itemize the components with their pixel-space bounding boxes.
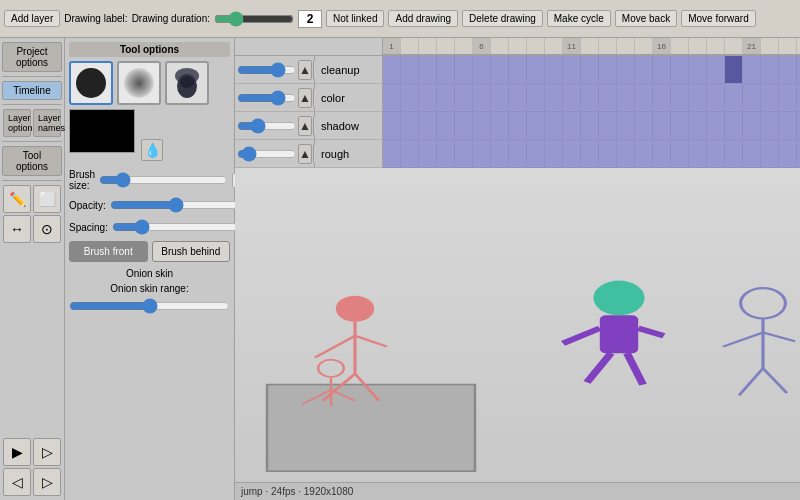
frame-cell[interactable]	[545, 140, 563, 167]
frame-cell[interactable]	[581, 140, 599, 167]
frame-cell[interactable]	[743, 56, 761, 83]
frame-cell[interactable]	[635, 84, 653, 111]
frame-cell[interactable]	[563, 112, 581, 139]
frame-cell[interactable]	[707, 56, 725, 83]
spacing-slider[interactable]	[112, 219, 241, 235]
frame-cell[interactable]	[437, 84, 455, 111]
play-button[interactable]: ▶	[3, 438, 31, 466]
frame-cell[interactable]	[743, 140, 761, 167]
frame-cell[interactable]	[707, 140, 725, 167]
frame-cell[interactable]	[725, 84, 743, 111]
cleanup-up-btn[interactable]: ▲	[298, 60, 312, 80]
frame-cell[interactable]	[527, 56, 545, 83]
frame-cell[interactable]	[653, 112, 671, 139]
frame-cell[interactable]	[725, 140, 743, 167]
frame-cell[interactable]	[581, 112, 599, 139]
frame-cell[interactable]	[599, 140, 617, 167]
frame-cell[interactable]	[689, 140, 707, 167]
brush-behind-button[interactable]: Brush behind	[152, 241, 231, 262]
add-drawing-button[interactable]: Add drawing	[388, 10, 458, 27]
frame-cell[interactable]	[563, 140, 581, 167]
frame-cell[interactable]	[653, 140, 671, 167]
frame-cell[interactable]	[509, 112, 527, 139]
layer-names-btn[interactable]: Layer names	[33, 109, 61, 137]
frame-cell[interactable]	[491, 84, 509, 111]
frame-cell[interactable]	[545, 56, 563, 83]
shadow-opacity-slider[interactable]	[237, 118, 297, 134]
color-up-btn[interactable]: ▲	[298, 88, 312, 108]
frame-cell[interactable]	[707, 84, 725, 111]
cleanup-opacity-slider[interactable]	[237, 62, 297, 78]
frame-cell[interactable]	[671, 112, 689, 139]
frame-cell[interactable]	[635, 56, 653, 83]
frame-cell[interactable]	[401, 140, 419, 167]
frame-cell[interactable]	[743, 84, 761, 111]
frame-cell[interactable]	[761, 56, 779, 83]
frame-cell[interactable]	[383, 140, 401, 167]
frame-cell[interactable]	[527, 112, 545, 139]
frame-cell[interactable]	[743, 112, 761, 139]
frame-cell[interactable]	[653, 56, 671, 83]
frame-cell[interactable]	[527, 140, 545, 167]
brush-color-preview[interactable]	[69, 109, 135, 153]
frame-cell[interactable]	[455, 56, 473, 83]
frame-cell[interactable]	[491, 56, 509, 83]
onion-range-slider[interactable]	[69, 298, 230, 314]
frame-cell[interactable]	[401, 112, 419, 139]
frame-cell[interactable]	[455, 140, 473, 167]
drawing-duration-slider[interactable]	[214, 11, 294, 27]
frame-cell[interactable]	[419, 112, 437, 139]
frame-cell[interactable]	[761, 112, 779, 139]
frame-cell[interactable]	[527, 84, 545, 111]
frame-cell[interactable]	[383, 84, 401, 111]
frame-cell[interactable]	[617, 112, 635, 139]
frame-cell[interactable]	[725, 112, 743, 139]
frame-cell[interactable]	[761, 84, 779, 111]
project-options-btn[interactable]: Project options	[2, 42, 62, 72]
frame-cell[interactable]	[689, 112, 707, 139]
frame-cell[interactable]	[473, 84, 491, 111]
frame-cell[interactable]	[473, 140, 491, 167]
frame-cell[interactable]	[707, 112, 725, 139]
timeline-btn[interactable]: Timeline	[2, 81, 62, 100]
frame-cell[interactable]	[635, 140, 653, 167]
play-next-button[interactable]: ▷	[33, 438, 61, 466]
frame-cell[interactable]	[491, 140, 509, 167]
brush-preset-soft[interactable]	[117, 61, 161, 105]
frame-cell[interactable]	[437, 56, 455, 83]
frame-cell[interactable]	[581, 84, 599, 111]
frame-cell[interactable]	[491, 112, 509, 139]
eraser-icon[interactable]: ⬜	[33, 185, 61, 213]
move-forward-button[interactable]: Move forward	[681, 10, 756, 27]
frame-cell[interactable]	[779, 112, 797, 139]
frame-cell[interactable]	[401, 84, 419, 111]
frame-cell[interactable]	[617, 56, 635, 83]
frame-cell[interactable]	[509, 84, 527, 111]
frame-cell[interactable]	[725, 56, 743, 83]
rough-opacity-slider[interactable]	[237, 146, 297, 162]
brush-preset-custom[interactable]	[165, 61, 209, 105]
make-cycle-button[interactable]: Make cycle	[547, 10, 611, 27]
frame-cell[interactable]	[545, 112, 563, 139]
frame-cell[interactable]	[779, 84, 797, 111]
brush-preset-hard[interactable]	[69, 61, 113, 105]
lasso-icon[interactable]: ⊙	[33, 215, 61, 243]
layer-options-btn[interactable]: Layer options	[3, 109, 31, 137]
canvas-area[interactable]: ⤢ ⤡	[235, 168, 800, 482]
frame-cell[interactable]	[419, 56, 437, 83]
frame-cell[interactable]	[473, 112, 491, 139]
frame-cell[interactable]	[563, 84, 581, 111]
brush-size-slider[interactable]	[99, 172, 228, 188]
move-icon[interactable]: ↔	[3, 215, 31, 243]
eyedropper-button[interactable]: 💧	[141, 139, 163, 161]
frame-cell[interactable]	[545, 84, 563, 111]
rough-up-btn[interactable]: ▲	[298, 144, 312, 164]
frame-cell[interactable]	[419, 140, 437, 167]
frame-cell[interactable]	[761, 140, 779, 167]
not-linked-button[interactable]: Not linked	[326, 10, 384, 27]
shadow-up-btn[interactable]: ▲	[298, 116, 312, 136]
frame-cell[interactable]	[581, 56, 599, 83]
frame-cell[interactable]	[635, 112, 653, 139]
frame-cell[interactable]	[779, 56, 797, 83]
tool-options-btn[interactable]: Tool options	[2, 146, 62, 176]
